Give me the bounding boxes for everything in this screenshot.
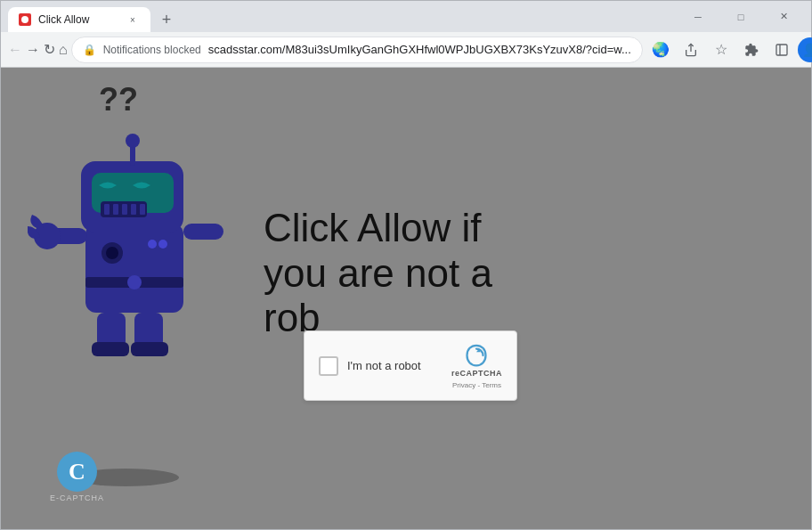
new-tab-button[interactable]: + xyxy=(154,7,179,32)
svg-rect-3 xyxy=(85,224,183,313)
favicon-inner xyxy=(21,16,28,23)
click-allow-text: Click Allow if you are not a rob xyxy=(264,206,492,341)
recaptcha-links[interactable]: Privacy - Terms xyxy=(452,381,501,389)
window-controls: ─ □ ✕ xyxy=(678,3,804,31)
lock-icon: 🔒 xyxy=(83,44,96,56)
toolbar-right: 🌏 ☆ 👤 ⋮ xyxy=(646,36,812,64)
content-area: ?? xyxy=(1,68,811,529)
back-button[interactable]: ← xyxy=(8,36,22,64)
ecaptcha-icon: C xyxy=(57,452,97,492)
svg-rect-10 xyxy=(131,204,136,215)
svg-rect-11 xyxy=(140,204,145,215)
minimize-button[interactable]: ─ xyxy=(678,3,719,31)
robot-illustration xyxy=(28,112,232,365)
profile-button[interactable]: 👤 xyxy=(798,37,812,62)
ecaptcha-logo: C E-CAPTCHA xyxy=(50,452,104,502)
close-button[interactable]: ✕ xyxy=(763,3,804,31)
share-button[interactable] xyxy=(677,36,705,64)
recaptcha-right: reCAPTCHA Privacy - Terms xyxy=(451,342,502,389)
svg-point-18 xyxy=(127,275,142,289)
svg-point-24 xyxy=(106,247,118,259)
tab-close-button[interactable]: × xyxy=(126,12,140,27)
chrome-window: Click Allow × + ─ □ ✕ ← → ↻ ⌂ 🔒 Notifica… xyxy=(0,0,812,530)
svg-rect-1 xyxy=(776,45,787,55)
address-bar[interactable]: 🔒 Notifications blocked scadsstar.com/M8… xyxy=(71,37,643,63)
notifications-blocked-label: Notifications blocked xyxy=(103,44,201,56)
home-button[interactable]: ⌂ xyxy=(59,36,68,64)
tab-strip: Click Allow × + xyxy=(8,1,674,32)
recaptcha-checkbox[interactable] xyxy=(319,356,338,376)
maximize-button[interactable]: □ xyxy=(720,3,761,31)
toolbar: ← → ↻ ⌂ 🔒 Notifications blocked scadssta… xyxy=(1,32,811,68)
reload-button[interactable]: ↻ xyxy=(44,36,55,64)
click-allow-line2: you are not a xyxy=(264,251,492,297)
bookmark-button[interactable]: ☆ xyxy=(707,36,735,64)
title-bar: Click Allow × + ─ □ ✕ xyxy=(1,1,811,32)
recaptcha-logo: reCAPTCHA xyxy=(451,342,502,378)
recaptcha-brand-label: reCAPTCHA xyxy=(451,369,502,378)
svg-rect-7 xyxy=(104,204,110,215)
translate-button[interactable]: 🌏 xyxy=(646,36,675,64)
click-allow-line1: Click Allow if xyxy=(264,206,492,251)
svg-point-25 xyxy=(148,240,157,249)
recaptcha-widget: I'm not a robot reCAPTCHA Privacy - Term… xyxy=(304,330,517,401)
recaptcha-swirl-icon xyxy=(463,342,490,369)
extensions-button[interactable] xyxy=(737,36,766,64)
svg-rect-21 xyxy=(92,342,129,356)
url-text: scadsstar.com/M83ui3sUmIkyGanGhGXHfwl0WP… xyxy=(208,43,631,56)
ecaptcha-label: E-CAPTCHA xyxy=(50,493,104,502)
recaptcha-label: I'm not a robot xyxy=(347,359,421,372)
active-tab[interactable]: Click Allow × xyxy=(8,7,150,32)
svg-rect-22 xyxy=(131,342,168,356)
svg-point-26 xyxy=(158,240,167,249)
svg-rect-8 xyxy=(113,204,118,215)
svg-point-13 xyxy=(126,134,140,148)
svg-rect-16 xyxy=(183,224,223,240)
recaptcha-left: I'm not a robot xyxy=(319,356,421,376)
tab-favicon xyxy=(19,13,31,26)
tab-title: Click Allow xyxy=(38,13,118,26)
page-background: ?? xyxy=(1,68,811,529)
svg-rect-9 xyxy=(122,204,127,215)
forward-button[interactable]: → xyxy=(26,36,40,64)
sidebar-button[interactable] xyxy=(767,36,796,64)
